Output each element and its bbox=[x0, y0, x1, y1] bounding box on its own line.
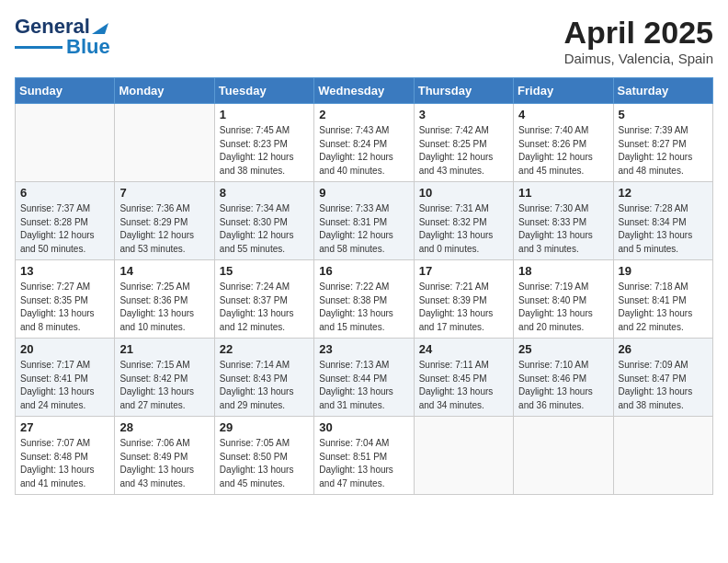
logo-underline bbox=[15, 46, 63, 49]
day-number: 29 bbox=[220, 420, 309, 434]
day-info: Sunrise: 7:22 AMSunset: 8:38 PMDaylight:… bbox=[319, 281, 408, 334]
calendar-week-row: 27Sunrise: 7:07 AMSunset: 8:48 PMDayligh… bbox=[16, 417, 713, 495]
day-info: Sunrise: 7:18 AMSunset: 8:41 PMDaylight:… bbox=[619, 281, 708, 334]
day-info: Sunrise: 7:07 AMSunset: 8:48 PMDaylight:… bbox=[20, 437, 109, 490]
table-row: 20Sunrise: 7:17 AMSunset: 8:41 PMDayligh… bbox=[16, 339, 115, 417]
table-row: 16Sunrise: 7:22 AMSunset: 8:38 PMDayligh… bbox=[314, 260, 414, 339]
day-info: Sunrise: 7:19 AMSunset: 8:40 PMDaylight:… bbox=[518, 281, 608, 334]
day-info: Sunrise: 7:17 AMSunset: 8:41 PMDaylight:… bbox=[20, 359, 109, 412]
day-info: Sunrise: 7:05 AMSunset: 8:50 PMDaylight:… bbox=[220, 437, 309, 490]
table-row: 13Sunrise: 7:27 AMSunset: 8:35 PMDayligh… bbox=[16, 260, 115, 339]
logo: General Blue bbox=[15, 15, 110, 59]
day-number: 9 bbox=[319, 186, 408, 200]
day-number: 10 bbox=[419, 186, 508, 200]
day-number: 5 bbox=[619, 108, 708, 121]
table-row bbox=[514, 417, 613, 495]
day-info: Sunrise: 7:37 AMSunset: 8:28 PMDaylight:… bbox=[20, 202, 109, 256]
table-row: 5Sunrise: 7:39 AMSunset: 8:27 PMDaylight… bbox=[613, 104, 712, 182]
table-row: 26Sunrise: 7:09 AMSunset: 8:47 PMDayligh… bbox=[613, 339, 712, 417]
day-number: 30 bbox=[319, 420, 408, 434]
day-info: Sunrise: 7:42 AMSunset: 8:25 PMDaylight:… bbox=[419, 124, 508, 178]
day-info: Sunrise: 7:43 AMSunset: 8:24 PMDaylight:… bbox=[319, 124, 408, 178]
day-info: Sunrise: 7:10 AMSunset: 8:46 PMDaylight:… bbox=[518, 359, 608, 412]
day-number: 22 bbox=[220, 342, 309, 356]
table-row: 25Sunrise: 7:10 AMSunset: 8:46 PMDayligh… bbox=[514, 339, 613, 417]
page-header: General Blue April 2025 Daimus, Valencia… bbox=[15, 15, 713, 66]
day-info: Sunrise: 7:30 AMSunset: 8:33 PMDaylight:… bbox=[518, 202, 608, 256]
day-number: 18 bbox=[518, 264, 608, 278]
table-row: 15Sunrise: 7:24 AMSunset: 8:37 PMDayligh… bbox=[214, 260, 313, 339]
table-row: 17Sunrise: 7:21 AMSunset: 8:39 PMDayligh… bbox=[414, 260, 513, 339]
table-row: 28Sunrise: 7:06 AMSunset: 8:49 PMDayligh… bbox=[115, 417, 214, 495]
day-number: 28 bbox=[119, 420, 209, 434]
svg-marker-0 bbox=[92, 23, 108, 34]
col-wednesday: Wednesday bbox=[314, 78, 414, 104]
calendar-week-row: 1Sunrise: 7:45 AMSunset: 8:23 PMDaylight… bbox=[16, 104, 713, 182]
day-number: 20 bbox=[20, 342, 109, 356]
day-number: 27 bbox=[20, 420, 109, 434]
table-row: 1Sunrise: 7:45 AMSunset: 8:23 PMDaylight… bbox=[214, 104, 313, 182]
day-number: 16 bbox=[319, 264, 408, 278]
calendar-table: Sunday Monday Tuesday Wednesday Thursday… bbox=[15, 77, 713, 495]
col-sunday: Sunday bbox=[16, 78, 115, 104]
calendar-month-year: April 2025 bbox=[563, 15, 713, 51]
table-row: 7Sunrise: 7:36 AMSunset: 8:29 PMDaylight… bbox=[115, 182, 214, 260]
table-row bbox=[115, 104, 214, 182]
table-row: 30Sunrise: 7:04 AMSunset: 8:51 PMDayligh… bbox=[314, 417, 414, 495]
day-number: 15 bbox=[220, 264, 309, 278]
table-row: 8Sunrise: 7:34 AMSunset: 8:30 PMDaylight… bbox=[214, 182, 313, 260]
table-row: 23Sunrise: 7:13 AMSunset: 8:44 PMDayligh… bbox=[314, 339, 414, 417]
day-info: Sunrise: 7:28 AMSunset: 8:34 PMDaylight:… bbox=[619, 202, 708, 256]
table-row: 3Sunrise: 7:42 AMSunset: 8:25 PMDaylight… bbox=[414, 104, 513, 182]
day-info: Sunrise: 7:36 AMSunset: 8:29 PMDaylight:… bbox=[119, 202, 209, 256]
calendar-header-row: Sunday Monday Tuesday Wednesday Thursday… bbox=[16, 78, 713, 104]
table-row bbox=[613, 417, 712, 495]
table-row: 24Sunrise: 7:11 AMSunset: 8:45 PMDayligh… bbox=[414, 339, 513, 417]
calendar-week-row: 13Sunrise: 7:27 AMSunset: 8:35 PMDayligh… bbox=[16, 260, 713, 339]
col-thursday: Thursday bbox=[414, 78, 513, 104]
day-info: Sunrise: 7:33 AMSunset: 8:31 PMDaylight:… bbox=[319, 202, 408, 256]
table-row: 4Sunrise: 7:40 AMSunset: 8:26 PMDaylight… bbox=[514, 104, 613, 182]
day-number: 21 bbox=[119, 342, 209, 356]
table-row: 27Sunrise: 7:07 AMSunset: 8:48 PMDayligh… bbox=[16, 417, 115, 495]
day-number: 12 bbox=[619, 186, 708, 200]
day-number: 19 bbox=[619, 264, 708, 278]
table-row: 6Sunrise: 7:37 AMSunset: 8:28 PMDaylight… bbox=[16, 182, 115, 260]
day-number: 14 bbox=[119, 264, 209, 278]
table-row: 2Sunrise: 7:43 AMSunset: 8:24 PMDaylight… bbox=[314, 104, 414, 182]
logo-bird-icon bbox=[92, 16, 108, 34]
day-info: Sunrise: 7:13 AMSunset: 8:44 PMDaylight:… bbox=[319, 359, 408, 412]
col-friday: Friday bbox=[514, 78, 613, 104]
table-row: 10Sunrise: 7:31 AMSunset: 8:32 PMDayligh… bbox=[414, 182, 513, 260]
day-info: Sunrise: 7:06 AMSunset: 8:49 PMDaylight:… bbox=[119, 437, 209, 490]
day-number: 1 bbox=[220, 108, 309, 121]
day-info: Sunrise: 7:21 AMSunset: 8:39 PMDaylight:… bbox=[419, 281, 508, 334]
table-row bbox=[16, 104, 115, 182]
day-info: Sunrise: 7:31 AMSunset: 8:32 PMDaylight:… bbox=[419, 202, 508, 256]
day-info: Sunrise: 7:24 AMSunset: 8:37 PMDaylight:… bbox=[220, 281, 309, 334]
table-row: 9Sunrise: 7:33 AMSunset: 8:31 PMDaylight… bbox=[314, 182, 414, 260]
table-row: 18Sunrise: 7:19 AMSunset: 8:40 PMDayligh… bbox=[514, 260, 613, 339]
day-info: Sunrise: 7:27 AMSunset: 8:35 PMDaylight:… bbox=[20, 281, 109, 334]
day-info: Sunrise: 7:34 AMSunset: 8:30 PMDaylight:… bbox=[220, 202, 309, 256]
day-info: Sunrise: 7:04 AMSunset: 8:51 PMDaylight:… bbox=[319, 437, 408, 490]
table-row: 21Sunrise: 7:15 AMSunset: 8:42 PMDayligh… bbox=[115, 339, 214, 417]
day-number: 3 bbox=[419, 108, 508, 121]
day-info: Sunrise: 7:39 AMSunset: 8:27 PMDaylight:… bbox=[619, 124, 708, 178]
table-row: 12Sunrise: 7:28 AMSunset: 8:34 PMDayligh… bbox=[613, 182, 712, 260]
day-info: Sunrise: 7:25 AMSunset: 8:36 PMDaylight:… bbox=[119, 281, 209, 334]
day-info: Sunrise: 7:45 AMSunset: 8:23 PMDaylight:… bbox=[220, 124, 309, 178]
table-row: 19Sunrise: 7:18 AMSunset: 8:41 PMDayligh… bbox=[613, 260, 712, 339]
day-number: 13 bbox=[20, 264, 109, 278]
day-number: 26 bbox=[619, 342, 708, 356]
table-row bbox=[414, 417, 513, 495]
col-monday: Monday bbox=[115, 78, 214, 104]
day-number: 2 bbox=[319, 108, 408, 121]
day-number: 25 bbox=[518, 342, 608, 356]
day-info: Sunrise: 7:40 AMSunset: 8:26 PMDaylight:… bbox=[518, 124, 608, 178]
day-info: Sunrise: 7:09 AMSunset: 8:47 PMDaylight:… bbox=[619, 359, 708, 412]
day-info: Sunrise: 7:14 AMSunset: 8:43 PMDaylight:… bbox=[220, 359, 309, 412]
calendar-week-row: 6Sunrise: 7:37 AMSunset: 8:28 PMDaylight… bbox=[16, 182, 713, 260]
table-row: 14Sunrise: 7:25 AMSunset: 8:36 PMDayligh… bbox=[115, 260, 214, 339]
calendar-location: Daimus, Valencia, Spain bbox=[563, 51, 713, 66]
